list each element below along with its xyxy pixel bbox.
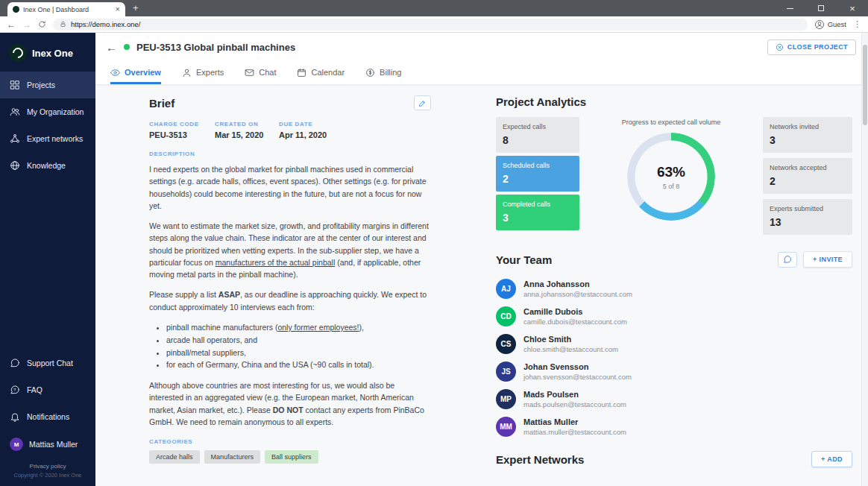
add-network-button[interactable]: + ADD	[811, 451, 852, 467]
avatar: CD	[496, 306, 516, 326]
sidebar-user[interactable]: M Mattias Muller	[0, 430, 95, 458]
browser-tab[interactable]: Inex One | Dashboard ×	[7, 2, 125, 16]
team-member-row: JS Johan Svenssonjohan.svensson@testacco…	[496, 358, 852, 385]
team-member-row: AJ Anna Johanssonanna.johansson@testacco…	[496, 275, 852, 303]
sidebar-item-label: Notifications	[27, 412, 69, 421]
page-header: ← PEU-3513 Global pinball machines CLOSE…	[95, 33, 868, 61]
close-project-button[interactable]: CLOSE PROJECT	[767, 40, 856, 55]
close-icon: ×	[849, 4, 855, 13]
back-nav-icon[interactable]: ←	[7, 20, 16, 29]
categories-label: CATEGORIES	[149, 438, 431, 445]
description-paragraph: I need experts on the global market for …	[149, 163, 431, 212]
new-tab-button[interactable]: +	[133, 2, 139, 13]
sidebar-item-label: Projects	[27, 81, 55, 89]
sidebar-item-label: FAQ	[27, 385, 43, 394]
text-segment: ),	[359, 323, 364, 332]
bullet-item: for each of Germany, China and the USA (…	[166, 359, 431, 371]
analytics-grid: Expected calls 8 Scheduled calls 2 Compl…	[496, 117, 852, 235]
sidebar-footer: Privacy policy Copyright © 2020 Inex One	[0, 458, 95, 486]
scrollbar-thumb[interactable]	[863, 45, 867, 125]
avatar: AJ	[496, 279, 516, 299]
guest-avatar-icon	[814, 19, 825, 30]
browser-menu-icon[interactable]: ⋮	[853, 19, 861, 29]
page-scrollbar[interactable]	[861, 33, 868, 486]
sidebar-item-support-chat[interactable]: Support Chat	[0, 350, 95, 376]
donut-percent: 63%	[657, 164, 685, 180]
globe-icon	[10, 160, 20, 171]
stat-label: Expected calls	[503, 123, 573, 130]
sidebar-item-my-organization[interactable]: My Organization	[0, 98, 95, 125]
member-name: Anna Johansson	[523, 280, 632, 288]
donut-caption: Progress to expected call volume	[622, 119, 721, 126]
envelope-icon	[245, 68, 254, 78]
tab-chat[interactable]: Chat	[245, 61, 276, 84]
tab-label: Experts	[196, 68, 224, 77]
member-email: anna.johansson@testaccount.com	[523, 290, 632, 298]
privacy-policy-link[interactable]: Privacy policy	[0, 463, 95, 470]
favicon	[13, 6, 19, 13]
description-label: DESCRIPTION	[149, 151, 431, 157]
stat-value: 13	[770, 216, 846, 228]
pencil-icon	[418, 99, 427, 107]
sidebar-item-label: Knowledge	[27, 161, 66, 170]
bell-icon	[10, 411, 20, 422]
field-value: Apr 11, 2020	[279, 130, 327, 139]
profile-chip[interactable]: Guest	[814, 19, 846, 30]
tab-overview[interactable]: Overview	[110, 61, 161, 84]
tab-calendar[interactable]: Calendar	[297, 61, 345, 84]
browser-tab-title: Inex One | Dashboard	[23, 6, 112, 13]
underlined-text: only former employees!	[277, 323, 359, 332]
maximize-button[interactable]	[805, 0, 837, 16]
projects-icon	[10, 80, 20, 90]
inline-link[interactable]: manufacturers of the actual pinball	[216, 258, 336, 267]
copyright-text: Copyright © 2020 Inex One	[0, 472, 95, 479]
sidebar-item-knowledge[interactable]: Knowledge	[0, 152, 95, 179]
sidebar-item-expert-networks[interactable]: Expert networks	[0, 125, 95, 152]
invite-button[interactable]: + INVITE	[803, 251, 852, 268]
tab-close-icon[interactable]: ×	[116, 5, 120, 13]
url-input[interactable]: https://demo.inex.one/	[53, 19, 808, 31]
close-window-button[interactable]: ×	[837, 0, 868, 16]
stat-label: Experts submitted	[770, 205, 846, 212]
tab-experts[interactable]: Experts	[182, 61, 224, 84]
sidebar-item-projects[interactable]: Projects	[0, 72, 95, 98]
stat-card-networks-accepted: Networks accepted 2	[763, 158, 852, 194]
member-email: camille.dubois@testaccount.com	[523, 318, 627, 326]
description-text: I need experts on the global market for …	[149, 163, 431, 428]
bullet-item: pinball/metal suppliers,	[166, 347, 431, 359]
team-member-row: CD Camille Duboiscamille.dubois@testacco…	[496, 303, 852, 330]
member-email: chloe.smith@testaccount.com	[523, 345, 618, 353]
brand: Inex One	[0, 33, 95, 72]
member-name: Mattias Muller	[523, 417, 626, 426]
edit-brief-button[interactable]	[414, 95, 431, 110]
back-arrow-icon[interactable]: ←	[106, 42, 117, 53]
chat-bubble-icon	[10, 358, 20, 368]
team-member-list: AJ Anna Johanssonanna.johansson@testacco…	[496, 275, 852, 441]
field-created-on: CREATED ON Mar 15, 2020	[215, 121, 279, 139]
call-stats: Expected calls 8 Scheduled calls 2 Compl…	[496, 117, 579, 230]
minimize-icon	[787, 8, 793, 9]
sidebar-item-notifications[interactable]: Notifications	[0, 403, 95, 430]
minimize-button[interactable]	[774, 0, 805, 16]
refresh-icon[interactable]	[38, 20, 46, 28]
member-email: johan.svensson@testaccount.com	[523, 373, 632, 381]
stat-value: 3	[503, 212, 573, 224]
network-stats: Networks invited 3 Networks accepted 2 E…	[763, 117, 852, 235]
tab-billing[interactable]: Billing	[365, 61, 401, 84]
team-title: Your Team	[496, 253, 778, 266]
screen: Inex One | Dashboard × + × ← → https://d…	[0, 0, 868, 486]
address-bar: ← → https://demo.inex.one/ Guest ⋮	[0, 16, 868, 33]
field-value: PEU-3513	[149, 130, 207, 139]
team-chat-button[interactable]	[778, 252, 797, 268]
lock-icon	[60, 21, 66, 28]
forward-nav-icon[interactable]: →	[22, 20, 31, 29]
sidebar: Inex One Projects My Organization Expert…	[0, 33, 95, 486]
stat-label: Completed calls	[503, 201, 573, 208]
text-segment: Please supply a list	[149, 290, 218, 299]
member-name: Mads Poulsen	[523, 390, 626, 399]
sidebar-item-faq[interactable]: ? FAQ	[0, 376, 95, 403]
member-email: mattias.muller@testaccount.com	[523, 428, 626, 436]
field-label: CREATED ON	[215, 121, 271, 127]
bold-text: DO NOT	[273, 405, 304, 414]
field-due-date: DUE DATE Apr 11, 2020	[279, 121, 334, 139]
